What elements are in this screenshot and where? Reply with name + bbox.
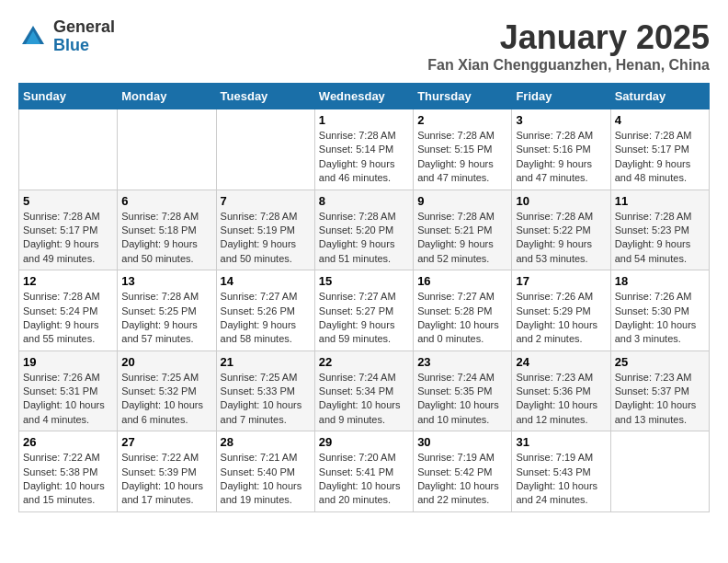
calendar-cell: 23Sunrise: 7:24 AM Sunset: 5:35 PM Dayli… <box>414 350 512 431</box>
day-content: Sunrise: 7:26 AM Sunset: 5:29 PM Dayligh… <box>516 290 606 347</box>
day-content: Sunrise: 7:28 AM Sunset: 5:17 PM Dayligh… <box>23 210 113 267</box>
day-number: 11 <box>615 194 705 208</box>
day-content: Sunrise: 7:21 AM Sunset: 5:40 PM Dayligh… <box>221 451 311 508</box>
calendar-week-row: 19Sunrise: 7:26 AM Sunset: 5:31 PM Dayli… <box>19 350 710 431</box>
day-content: Sunrise: 7:28 AM Sunset: 5:16 PM Dayligh… <box>516 129 606 186</box>
calendar-cell: 14Sunrise: 7:27 AM Sunset: 5:26 PM Dayli… <box>216 270 314 351</box>
day-content: Sunrise: 7:28 AM Sunset: 5:15 PM Dayligh… <box>417 129 507 186</box>
calendar-cell: 7Sunrise: 7:28 AM Sunset: 5:19 PM Daylig… <box>216 190 314 270</box>
calendar-cell: 21Sunrise: 7:25 AM Sunset: 5:33 PM Dayli… <box>216 350 314 431</box>
day-number: 14 <box>221 274 311 288</box>
day-number: 22 <box>319 355 409 369</box>
day-number: 1 <box>319 113 409 127</box>
day-content: Sunrise: 7:28 AM Sunset: 5:17 PM Dayligh… <box>615 129 705 186</box>
day-content: Sunrise: 7:25 AM Sunset: 5:33 PM Dayligh… <box>221 371 311 428</box>
day-content: Sunrise: 7:27 AM Sunset: 5:27 PM Dayligh… <box>319 290 409 347</box>
logo-general-text: General <box>53 18 115 37</box>
calendar-cell: 6Sunrise: 7:28 AM Sunset: 5:18 PM Daylig… <box>118 190 216 270</box>
calendar-cell: 4Sunrise: 7:28 AM Sunset: 5:17 PM Daylig… <box>610 109 709 190</box>
day-header-thursday: Thursday <box>414 84 512 109</box>
day-number: 12 <box>23 274 113 288</box>
day-content: Sunrise: 7:28 AM Sunset: 5:21 PM Dayligh… <box>417 210 507 267</box>
day-header-wednesday: Wednesday <box>314 84 413 109</box>
day-number: 30 <box>417 435 507 449</box>
day-content: Sunrise: 7:28 AM Sunset: 5:18 PM Dayligh… <box>121 210 211 267</box>
day-number: 27 <box>121 435 211 449</box>
calendar-cell: 30Sunrise: 7:19 AM Sunset: 5:42 PM Dayli… <box>414 431 512 512</box>
calendar-cell: 24Sunrise: 7:23 AM Sunset: 5:36 PM Dayli… <box>512 350 610 431</box>
day-header-monday: Monday <box>118 84 216 109</box>
calendar-cell: 1Sunrise: 7:28 AM Sunset: 5:14 PM Daylig… <box>314 109 413 190</box>
calendar-cell: 31Sunrise: 7:19 AM Sunset: 5:43 PM Dayli… <box>512 431 610 512</box>
calendar-subtitle: Fan Xian Chengguanzhen, Henan, China <box>427 57 710 74</box>
day-header-saturday: Saturday <box>610 84 709 109</box>
day-number: 24 <box>516 355 606 369</box>
calendar-cell: 20Sunrise: 7:25 AM Sunset: 5:32 PM Dayli… <box>118 350 216 431</box>
day-number: 5 <box>23 194 113 208</box>
day-content: Sunrise: 7:23 AM Sunset: 5:37 PM Dayligh… <box>615 371 705 428</box>
day-number: 7 <box>221 194 311 208</box>
calendar-cell: 22Sunrise: 7:24 AM Sunset: 5:34 PM Dayli… <box>314 350 413 431</box>
day-content: Sunrise: 7:23 AM Sunset: 5:36 PM Dayligh… <box>516 371 606 428</box>
day-number: 29 <box>319 435 409 449</box>
title-section: January 2025 Fan Xian Chengguanzhen, Hen… <box>427 18 710 74</box>
calendar-cell <box>19 109 118 190</box>
logo-blue-text: Blue <box>53 37 115 55</box>
logo: General Blue <box>18 18 115 55</box>
calendar-week-row: 26Sunrise: 7:22 AM Sunset: 5:38 PM Dayli… <box>19 431 710 512</box>
day-header-sunday: Sunday <box>19 84 118 109</box>
calendar-cell: 29Sunrise: 7:20 AM Sunset: 5:41 PM Dayli… <box>314 431 413 512</box>
calendar-cell: 5Sunrise: 7:28 AM Sunset: 5:17 PM Daylig… <box>19 190 118 270</box>
day-header-tuesday: Tuesday <box>216 84 314 109</box>
day-number: 18 <box>615 274 705 288</box>
day-content: Sunrise: 7:28 AM Sunset: 5:22 PM Dayligh… <box>516 210 606 267</box>
day-number: 6 <box>121 194 211 208</box>
day-content: Sunrise: 7:28 AM Sunset: 5:14 PM Dayligh… <box>319 129 409 186</box>
calendar-title: January 2025 <box>427 18 710 57</box>
calendar-cell <box>216 109 314 190</box>
calendar-cell: 8Sunrise: 7:28 AM Sunset: 5:20 PM Daylig… <box>314 190 413 270</box>
day-number: 23 <box>417 355 507 369</box>
day-number: 25 <box>615 355 705 369</box>
calendar-week-row: 12Sunrise: 7:28 AM Sunset: 5:24 PM Dayli… <box>19 270 710 351</box>
calendar-cell: 18Sunrise: 7:26 AM Sunset: 5:30 PM Dayli… <box>610 270 709 351</box>
day-number: 20 <box>121 355 211 369</box>
calendar-cell: 27Sunrise: 7:22 AM Sunset: 5:39 PM Dayli… <box>118 431 216 512</box>
day-content: Sunrise: 7:19 AM Sunset: 5:42 PM Dayligh… <box>417 451 507 508</box>
calendar-cell: 13Sunrise: 7:28 AM Sunset: 5:25 PM Dayli… <box>118 270 216 351</box>
calendar-week-row: 1Sunrise: 7:28 AM Sunset: 5:14 PM Daylig… <box>19 109 710 190</box>
day-number: 2 <box>417 113 507 127</box>
day-number: 26 <box>23 435 113 449</box>
day-content: Sunrise: 7:28 AM Sunset: 5:20 PM Dayligh… <box>319 210 409 267</box>
day-number: 16 <box>417 274 507 288</box>
day-number: 21 <box>221 355 311 369</box>
calendar-cell: 19Sunrise: 7:26 AM Sunset: 5:31 PM Dayli… <box>19 350 118 431</box>
day-content: Sunrise: 7:28 AM Sunset: 5:23 PM Dayligh… <box>615 210 705 267</box>
day-number: 10 <box>516 194 606 208</box>
day-number: 19 <box>23 355 113 369</box>
header: General Blue January 2025 Fan Xian Cheng… <box>18 18 710 74</box>
calendar-cell: 16Sunrise: 7:27 AM Sunset: 5:28 PM Dayli… <box>414 270 512 351</box>
day-header-friday: Friday <box>512 84 610 109</box>
calendar-cell <box>118 109 216 190</box>
day-number: 31 <box>516 435 606 449</box>
day-content: Sunrise: 7:27 AM Sunset: 5:26 PM Dayligh… <box>221 290 311 347</box>
calendar-table: SundayMondayTuesdayWednesdayThursdayFrid… <box>18 83 710 512</box>
day-content: Sunrise: 7:27 AM Sunset: 5:28 PM Dayligh… <box>417 290 507 347</box>
day-content: Sunrise: 7:28 AM Sunset: 5:25 PM Dayligh… <box>121 290 211 347</box>
calendar-cell: 9Sunrise: 7:28 AM Sunset: 5:21 PM Daylig… <box>414 190 512 270</box>
calendar-cell: 3Sunrise: 7:28 AM Sunset: 5:16 PM Daylig… <box>512 109 610 190</box>
calendar-week-row: 5Sunrise: 7:28 AM Sunset: 5:17 PM Daylig… <box>19 190 710 270</box>
day-number: 28 <box>221 435 311 449</box>
day-number: 9 <box>417 194 507 208</box>
calendar-cell: 2Sunrise: 7:28 AM Sunset: 5:15 PM Daylig… <box>414 109 512 190</box>
calendar-cell: 26Sunrise: 7:22 AM Sunset: 5:38 PM Dayli… <box>19 431 118 512</box>
calendar-cell: 12Sunrise: 7:28 AM Sunset: 5:24 PM Dayli… <box>19 270 118 351</box>
day-number: 15 <box>319 274 409 288</box>
day-content: Sunrise: 7:24 AM Sunset: 5:34 PM Dayligh… <box>319 371 409 428</box>
day-number: 13 <box>121 274 211 288</box>
calendar-cell: 25Sunrise: 7:23 AM Sunset: 5:37 PM Dayli… <box>610 350 709 431</box>
day-number: 8 <box>319 194 409 208</box>
calendar-cell <box>610 431 709 512</box>
day-content: Sunrise: 7:19 AM Sunset: 5:43 PM Dayligh… <box>516 451 606 508</box>
